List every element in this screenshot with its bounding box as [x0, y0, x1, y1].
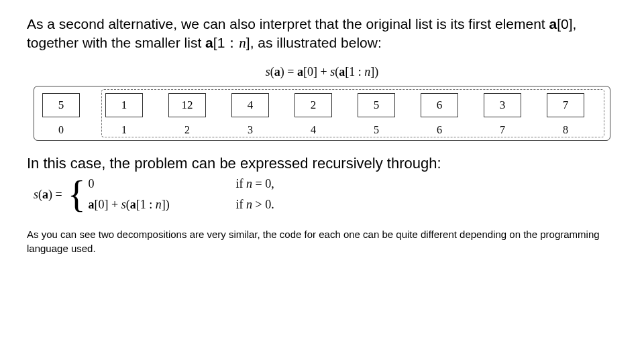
f1-close: ) =: [280, 65, 297, 78]
list-cell: 12: [168, 93, 206, 117]
f2-lhs: s(a) =: [34, 188, 62, 202]
f1-a2: a: [339, 65, 345, 78]
slide: As a second alternative, we can also int…: [0, 0, 644, 362]
list-cell: 4: [231, 93, 269, 117]
f2-a: a: [42, 188, 48, 201]
formula-cases: s(a) = { 0 if n = 0, a[0] + s(a[1 : n]) …: [34, 177, 617, 212]
list-index: 0: [58, 124, 64, 136]
c1-a2: a: [130, 198, 136, 211]
formula-top: s(a) = a[0] + s(a[1 : n]): [27, 65, 617, 79]
intro-a0-sub: [0]: [557, 16, 572, 32]
left-brace-icon: {: [68, 178, 86, 211]
list-cell: 1: [105, 93, 143, 117]
intro-a1n-open: [1：: [213, 35, 239, 50]
mid-paragraph: In this case, the problem can be express…: [27, 154, 617, 174]
case1-rest: > 0.: [252, 198, 274, 211]
f1-close2: ]): [370, 65, 378, 78]
list-cell: 5: [42, 93, 80, 117]
f1-a0: a: [297, 65, 303, 78]
f2-close: ) =: [48, 188, 62, 201]
c1-n: n: [156, 198, 162, 211]
c1-a0: [0] +: [95, 198, 121, 211]
case-0: 0 if n = 0,: [89, 177, 274, 191]
case0-rest: = 0,: [252, 177, 274, 190]
case0-expr: 0: [89, 177, 236, 191]
list-cell: 7: [547, 93, 584, 117]
case1-if: if: [236, 198, 247, 211]
case1-cond: if n > 0.: [236, 198, 274, 212]
list-cell: 2: [294, 93, 332, 117]
case0-cond: if n = 0,: [236, 177, 274, 191]
f1-a: a: [274, 65, 280, 78]
intro-a1n-n: n: [239, 35, 246, 51]
case0-n: n: [246, 177, 252, 190]
f1-slice: [1 :: [345, 65, 364, 78]
case1-expr: a[0] + s(a[1 : n]): [89, 198, 236, 212]
case0-if: if: [236, 177, 247, 190]
list-cell: 6: [421, 93, 458, 117]
list-diagram: 50 11 122 43 24 55 66 37 78: [34, 86, 610, 141]
list-cell: 3: [484, 93, 521, 117]
c1-close: ]): [162, 198, 170, 211]
intro-text-1: As a second alternative, we can also int…: [27, 16, 549, 32]
cell-wrap: 50: [42, 93, 80, 136]
intro-a1n-a: a: [205, 35, 213, 50]
c1-s: s: [121, 198, 126, 211]
list-cell: 5: [358, 93, 395, 117]
outer-box: 50 11 122 43 24 55 66 37 78: [34, 86, 610, 141]
intro-paragraph: As a second alternative, we can also int…: [27, 15, 617, 53]
c1-a: a: [89, 198, 95, 211]
f1-s: s: [266, 65, 270, 78]
case-1: a[0] + s(a[1 : n]) if n > 0.: [89, 198, 274, 212]
intro-text-3: , as illustrated below:: [250, 35, 382, 50]
c1-slice: [1 :: [136, 198, 156, 211]
cases: 0 if n = 0, a[0] + s(a[1 : n]) if n > 0.: [89, 177, 274, 212]
f1-n: n: [364, 65, 370, 78]
note-paragraph: As you can see two decompositions are ve…: [27, 228, 617, 255]
f1-a0idx: [0] +: [303, 65, 330, 78]
f2-s: s: [34, 188, 38, 201]
case1-n: n: [246, 198, 252, 211]
intro-a0: a: [549, 16, 557, 32]
